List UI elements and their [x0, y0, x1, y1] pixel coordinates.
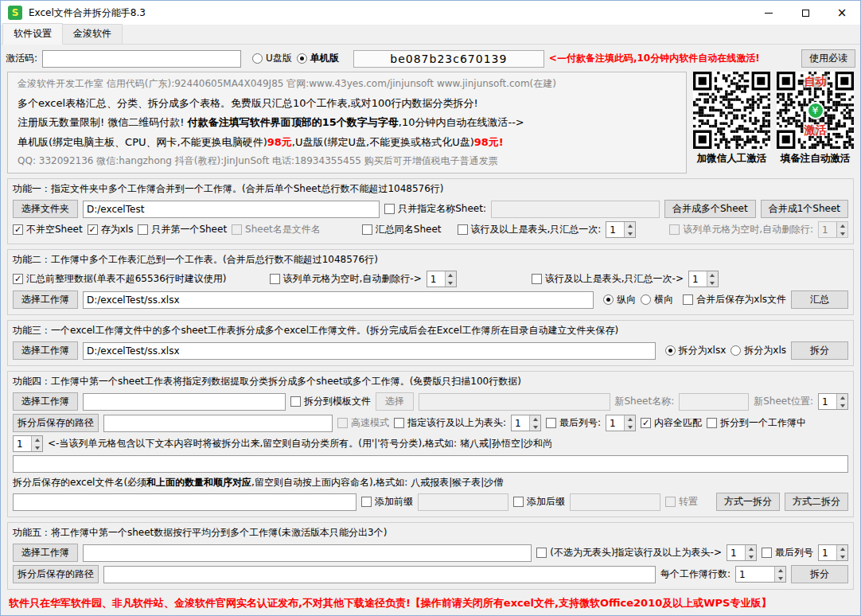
spinner-down-icon[interactable] [746, 553, 756, 560]
select-workbook-button[interactable]: 选择工作簿 [13, 392, 78, 411]
spinner-up-icon[interactable] [530, 415, 540, 423]
workbook-path-input[interactable] [83, 544, 532, 562]
cb-header-rows[interactable]: (不选为无表头)指定该行及以上为表头-> [536, 546, 722, 559]
cb-delete-empty-rows[interactable]: 该列单元格为空时,自动删除行-> [270, 272, 422, 286]
spinner-down-icon[interactable] [530, 423, 540, 431]
cb-tidy-before-merge[interactable]: 汇总前整理数据(单表不超65536行时建议使用) [13, 272, 227, 286]
spinner-up-icon[interactable] [746, 545, 756, 553]
select-workbook-button[interactable]: 选择工作簿 [13, 544, 78, 562]
header-rows-spinner[interactable]: 1 [606, 221, 636, 238]
spinner-up-icon[interactable] [32, 436, 42, 444]
spinner-arrows[interactable] [529, 415, 540, 431]
split-method2-button[interactable]: 方式二拆分 [785, 493, 848, 511]
filename-hint-pre: 拆分后保存的excel文件名(必须 [13, 477, 146, 488]
spinner-arrows[interactable] [836, 394, 847, 409]
cb-first-sheet-only[interactable]: 只并第一个Sheet [138, 223, 227, 236]
split-column-spinner[interactable]: 1 [13, 435, 43, 452]
merge-one-sheet-button[interactable]: 合并成1个Sheet [761, 200, 848, 218]
spinner-up-icon[interactable] [625, 415, 635, 423]
checkbox-label: 只并指定名称Sheet: [398, 202, 486, 216]
cb-save-as-xls-after-merge[interactable]: 合并后保存为xls文件 [683, 293, 786, 306]
minimize-button[interactable] [750, 1, 787, 25]
last-col-spinner[interactable]: 1 [606, 415, 636, 431]
radio-split-xlsx[interactable]: 拆分为xlsx [665, 344, 727, 357]
save-path-input[interactable] [103, 566, 656, 583]
spinner-arrows[interactable] [445, 271, 456, 287]
spinner-down-icon[interactable] [32, 444, 42, 451]
cb-full-match[interactable]: 内容全匹配 [641, 416, 702, 430]
last-col-spinner[interactable]: 1 [818, 544, 848, 561]
spinner-down-icon[interactable] [837, 553, 847, 560]
header-rows-spinner[interactable]: 1 [511, 415, 541, 431]
spinner-down-icon[interactable] [625, 230, 635, 237]
workbook-path-input[interactable] [83, 342, 656, 360]
radio-split-xls[interactable]: 拆分为xls [730, 344, 786, 357]
spinner-down-icon[interactable] [625, 423, 635, 431]
spinner-arrows[interactable] [31, 436, 42, 451]
save-path-input[interactable] [103, 415, 333, 432]
radio-vertical[interactable]: 纵向 [603, 293, 636, 306]
select-workbook-button[interactable]: 选择工作簿 [13, 341, 78, 360]
new-sheet-position-spinner[interactable]: 1 [818, 393, 848, 410]
spinner-up-icon[interactable] [837, 545, 847, 553]
select-folder-button[interactable]: 选择文件夹 [13, 200, 78, 218]
header-rows-spinner[interactable]: 1 [727, 544, 757, 561]
cb-skip-empty-sheet[interactable]: 不并空Sheet [13, 223, 83, 236]
radio-usb-version[interactable]: U盘版 [252, 52, 292, 65]
cb-split-to-template[interactable]: 拆分到模板文件 [290, 395, 371, 408]
checkbox-label: 该行及以上是表头,只汇总一次: [471, 223, 602, 236]
cb-split-into-one-workbook[interactable]: 拆分到一个工作簿中 [707, 416, 806, 430]
cb-last-col[interactable]: 最后列号 [762, 546, 813, 559]
cb-header-rows[interactable]: 指定该行及以上为表头: [394, 416, 506, 430]
cb-add-prefix[interactable]: 添加前缀 [361, 495, 413, 509]
spinner-arrows[interactable] [745, 545, 756, 560]
cb-merge-same-name-sheet[interactable]: 汇总同名Sheet [362, 223, 442, 236]
maximize-button[interactable] [787, 1, 824, 25]
save-path-button[interactable]: 拆分后保存的路径 [13, 414, 99, 432]
func1-title: 功能一：指定文件夹中多个工作簿合并到一个工作簿。(合并后单个Sheet总行数不能… [8, 180, 853, 198]
delete-empty-rows-spinner[interactable]: 1 [427, 271, 457, 287]
filenames-input[interactable] [13, 493, 356, 511]
cb-add-suffix[interactable]: 添加后缀 [513, 495, 565, 509]
spinner-up-icon[interactable] [707, 271, 718, 279]
spinner-up-icon[interactable] [837, 394, 847, 402]
keywords-input[interactable] [13, 455, 848, 473]
save-path-button[interactable]: 拆分后保存的路径 [13, 565, 99, 583]
cb-last-col[interactable]: 最后列号: [546, 416, 601, 430]
split-button[interactable]: 拆分 [791, 565, 848, 583]
workbook-path-input[interactable] [83, 291, 594, 309]
tab-jinjun-software[interactable]: 金浚软件 [62, 24, 123, 44]
spinner-arrows[interactable] [774, 567, 785, 582]
radio-standalone-version[interactable]: 单机版 [297, 52, 339, 65]
activation-code-input[interactable] [42, 50, 241, 68]
workbook-path-input[interactable] [83, 393, 286, 411]
cb-save-as-xls[interactable]: 存为xls [88, 223, 134, 236]
split-button[interactable]: 拆分 [791, 341, 848, 360]
summarize-button[interactable]: 汇总 [791, 290, 848, 309]
spinner-down-icon[interactable] [446, 279, 456, 287]
folder-path-input[interactable] [83, 201, 380, 218]
rows-per-book-spinner[interactable]: 1 [735, 566, 786, 583]
header-rows-spinner[interactable]: 1 [688, 271, 719, 287]
cb-header-rows-once[interactable]: 该行及以上是表头,只汇总一次-> [532, 272, 684, 286]
select-workbook-button[interactable]: 选择工作簿 [13, 290, 78, 309]
cb-header-rows-once[interactable]: 该行及以上是表头,只汇总一次: [458, 223, 602, 236]
tab-software-settings[interactable]: 软件设置 [2, 23, 63, 45]
readme-button[interactable]: 使用必读 [801, 49, 855, 68]
spinner-up-icon[interactable] [775, 567, 785, 575]
spinner-up-icon[interactable] [446, 271, 456, 279]
spinner-up-icon[interactable] [625, 222, 635, 230]
spinner-arrows[interactable] [707, 271, 718, 287]
close-button[interactable]: × [824, 1, 860, 25]
spinner-arrows[interactable] [624, 415, 635, 431]
machine-code-display[interactable]: be087b23c670139 [353, 50, 544, 68]
spinner-down-icon[interactable] [775, 575, 785, 582]
spinner-down-icon[interactable] [837, 402, 847, 409]
spinner-down-icon[interactable] [707, 279, 718, 287]
split-method1-button[interactable]: 方式一拆分 [716, 493, 780, 511]
cb-only-named-sheet[interactable]: 只并指定名称Sheet: [384, 202, 486, 216]
spinner-arrows[interactable] [624, 222, 635, 237]
spinner-arrows[interactable] [836, 545, 847, 560]
radio-horizontal[interactable]: 横向 [641, 293, 673, 306]
merge-multi-sheet-button[interactable]: 合并成多个Sheet [664, 200, 756, 218]
